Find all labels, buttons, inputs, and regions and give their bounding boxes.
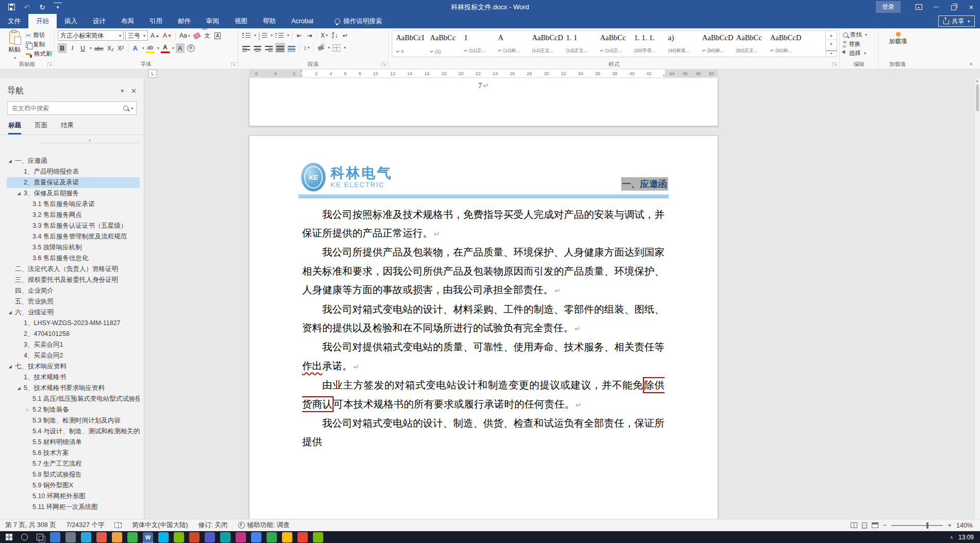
superscript-button[interactable]: X² xyxy=(117,43,125,53)
style-gallery-item-1[interactable]: AaBbCc↵ (1) xyxy=(428,32,462,55)
tree-expander-icon[interactable]: ◢ xyxy=(7,159,13,163)
style-gallery-item-3[interactable]: A↵ (12)标... xyxy=(496,32,530,55)
print-layout-icon[interactable] xyxy=(862,522,867,529)
nav-heading-item[interactable]: 五、营业执照 xyxy=(7,296,140,307)
justify-button[interactable] xyxy=(275,43,285,53)
taskbar-app-icon-5[interactable] xyxy=(127,532,138,542)
ribbon-tab-2[interactable]: 插入 xyxy=(57,14,85,28)
language-indicator[interactable]: 简体中文(中国大陆) xyxy=(132,521,188,530)
style-gallery-item-2[interactable]: 1↵ (11)正... xyxy=(462,32,496,55)
shading-button[interactable] xyxy=(317,43,325,53)
nav-heading-item[interactable]: 3.5 故障响应机制 xyxy=(7,242,140,253)
nav-heading-item[interactable]: 二、法定代表人（负责人）资格证明 xyxy=(7,264,140,275)
nav-heading-item[interactable]: 三、授权委托书及被委托人身份证明 xyxy=(7,275,140,285)
font-size-select[interactable]: 三号▾ xyxy=(125,30,148,41)
multilevel-list-button[interactable] xyxy=(274,30,285,40)
nav-heading-item[interactable]: 3.4 售后服务管理制度及流程规范 xyxy=(7,231,140,242)
taskbar-app-icon-6[interactable]: W xyxy=(143,532,153,542)
customize-qat-icon[interactable]: ▾ xyxy=(54,3,62,12)
borders-button[interactable] xyxy=(331,43,341,53)
line-spacing-button[interactable]: ↕▾ xyxy=(302,43,311,53)
nav-tab-1[interactable]: 页面 xyxy=(35,121,47,134)
taskbar-app-icon-13[interactable] xyxy=(251,532,261,542)
style-gallery-item-4[interactable]: AaBbCcDdE(12)正文... xyxy=(530,32,564,55)
clear-formatting-button[interactable] xyxy=(193,31,202,41)
nav-heading-item[interactable]: ◢六、业绩证明 xyxy=(7,307,140,318)
taskbar-app-icon-1[interactable] xyxy=(65,532,76,542)
ribbon-tab-5[interactable]: 引用 xyxy=(142,14,170,28)
ribbon-tab-1[interactable]: 开始 xyxy=(28,14,57,28)
nav-heading-item[interactable]: ◢七、技术响应资料 xyxy=(7,361,140,372)
share-button[interactable]: 共享 ▾ xyxy=(938,15,975,27)
taskbar-app-icon-14[interactable] xyxy=(267,532,277,542)
tray-expand-icon[interactable]: ∧ xyxy=(950,535,953,540)
taskbar-app-icon-15[interactable] xyxy=(282,532,292,542)
sign-in-button[interactable]: 登录 xyxy=(876,1,901,13)
nav-heading-item[interactable]: ◢3、保修及后期服务 xyxy=(7,188,140,199)
style-gallery-item-6[interactable]: AaBbCc↵ (14)正... xyxy=(599,32,633,55)
paste-button[interactable]: 粘贴 ▾ xyxy=(3,30,26,60)
cut-button[interactable]: ✂剪切 xyxy=(26,31,52,39)
nav-heading-item[interactable]: ▷5.2 制造装备 xyxy=(7,404,140,415)
vertical-scrollbar[interactable]: ▲ xyxy=(974,78,980,519)
nav-heading-item[interactable]: ◢一、应邀函 xyxy=(7,156,140,166)
distribute-button[interactable] xyxy=(287,43,296,53)
ribbon-tab-8[interactable]: 视图 xyxy=(227,14,255,28)
nav-heading-item[interactable]: 5.3 制造、检测时间计划及内容 xyxy=(7,415,140,426)
document-body-text[interactable]: 我公司按照标准及技术规格书，免费指导买受人完成对产品的安装与调试，并保证所提供的… xyxy=(302,206,665,452)
close-button[interactable]: × xyxy=(962,0,980,14)
nav-heading-item[interactable]: 四、企业简介 xyxy=(7,285,140,296)
scroll-up-icon[interactable]: ▲ xyxy=(975,79,979,82)
nav-heading-item[interactable]: 5.7 生产工艺流程 xyxy=(7,459,140,469)
style-gallery-item-0[interactable]: AaBbCcI↵ 0 xyxy=(394,32,428,55)
select-button[interactable]: 选择▾ xyxy=(843,49,876,57)
nav-heading-item[interactable]: 5.4 与设计、制造、测试和检测相关的技术标... xyxy=(7,426,140,437)
nav-heading-item[interactable]: 3.1 售后服务响应承诺 xyxy=(7,199,140,210)
read-mode-icon[interactable] xyxy=(851,522,857,528)
decrease-indent-button[interactable]: ⇤ xyxy=(295,30,304,40)
tree-expander-icon[interactable]: ◢ xyxy=(15,386,22,391)
nav-heading-item[interactable]: 1、LHSY-WZGS-2023-MM-11827 xyxy=(7,318,140,329)
word-count[interactable]: 7/24327 个字 xyxy=(67,521,105,530)
nav-search-input[interactable] xyxy=(11,104,123,112)
first-line-indent-marker[interactable]: ▾ xyxy=(301,69,303,73)
ribbon-tab-9[interactable]: 帮助 xyxy=(255,14,284,28)
bold-button[interactable]: B xyxy=(58,43,67,53)
sort-button[interactable]: AZ↓ xyxy=(330,30,339,40)
align-center-button[interactable] xyxy=(253,43,262,53)
nav-heading-item[interactable]: 5.10 环网柜外形图 xyxy=(7,491,140,502)
character-shading-button[interactable]: A xyxy=(176,43,185,53)
ribbon-display-options-icon[interactable] xyxy=(910,0,927,14)
tree-expander-icon[interactable]: ▷ xyxy=(24,408,31,412)
hanging-indent-marker[interactable]: ▴ xyxy=(301,73,303,77)
style-gallery-item-9[interactable]: AaBbCcDdE↵ (50)标... xyxy=(701,32,735,55)
italic-button[interactable]: I xyxy=(68,43,77,53)
highlight-color-button[interactable]: ab xyxy=(146,43,155,53)
replace-button[interactable]: abac替换 xyxy=(843,40,876,48)
nav-heading-item[interactable]: 3.2 售后服务网点 xyxy=(7,210,140,220)
minimize-button[interactable] xyxy=(927,0,945,14)
nav-heading-item[interactable]: 4、买卖合同2 xyxy=(7,350,140,361)
task-view-button[interactable] xyxy=(32,531,47,543)
document-page-previous[interactable]: 7↵ xyxy=(249,78,718,126)
nav-tab-2[interactable]: 结果 xyxy=(61,121,74,134)
web-layout-icon[interactable] xyxy=(872,522,878,528)
zoom-level[interactable]: 140% xyxy=(956,522,973,529)
nav-heading-item[interactable]: 3、买卖合同1 xyxy=(7,340,140,350)
addins-button[interactable]: 加载项 xyxy=(886,30,910,45)
nav-heading-item[interactable]: 2、4704101258 xyxy=(7,329,140,340)
start-button[interactable] xyxy=(1,531,16,543)
show-marks-button[interactable]: ↵ xyxy=(341,30,350,40)
asian-layout-button[interactable]: X▾ xyxy=(320,30,329,40)
format-painter-button[interactable]: 格式刷 xyxy=(26,50,52,58)
phonetic-guide-button[interactable]: 文 xyxy=(203,31,212,41)
tree-expander-icon[interactable]: ◢ xyxy=(7,310,13,315)
chevron-down-icon[interactable]: ▾ xyxy=(131,106,133,111)
nav-heading-item[interactable]: 5.11 环网柜一次系统图 xyxy=(7,502,140,513)
clipboard-dialog-launcher-icon[interactable]: ↘ xyxy=(47,62,53,67)
right-indent-marker[interactable]: ▴ xyxy=(663,73,665,77)
taskbar-app-icon-9[interactable] xyxy=(189,532,200,542)
tab-selector[interactable] xyxy=(148,70,157,78)
nav-heading-item[interactable]: 2、质量保证及承诺 xyxy=(7,177,140,188)
ribbon-tab-3[interactable]: 设计 xyxy=(85,14,113,28)
